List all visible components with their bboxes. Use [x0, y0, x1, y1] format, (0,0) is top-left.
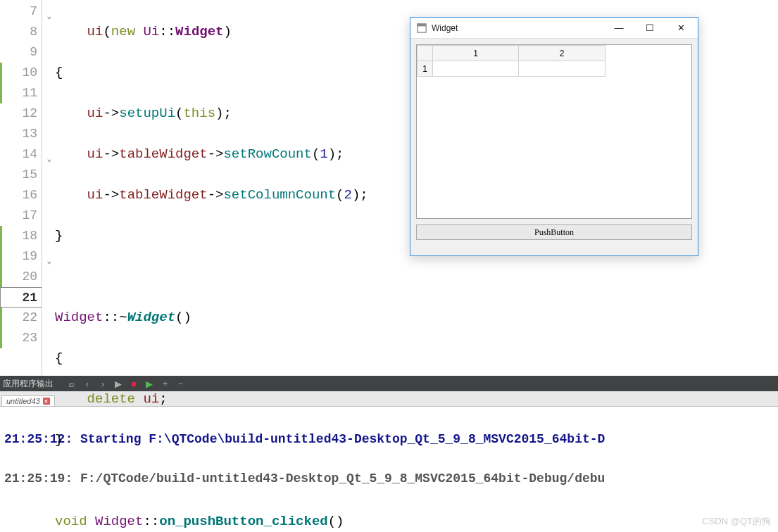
line-number: 7⌄	[0, 1, 42, 22]
table-corner	[418, 46, 433, 61]
minimize-button[interactable]: —	[603, 18, 634, 38]
line-number: 23	[0, 328, 42, 348]
app-window[interactable]: Widget — ☐ ✕ 1 2 1 PushButton	[410, 17, 698, 256]
line-number: 13	[0, 124, 42, 144]
app-icon	[416, 23, 427, 34]
line-number: 15	[0, 165, 42, 185]
close-icon[interactable]: ✕	[43, 398, 50, 405]
watermark: CSDN @QT的狗	[702, 515, 771, 528]
line-number: 17	[0, 205, 42, 226]
svg-rect-1	[418, 23, 426, 26]
line-number: 19⌄	[0, 246, 42, 267]
line-number: 10	[0, 63, 42, 83]
panel-title: 应用程序输出	[3, 378, 54, 390]
output-tab[interactable]: untitled43 ✕	[1, 395, 55, 406]
line-number: 22	[0, 308, 42, 328]
window-title: Widget	[432, 23, 603, 33]
client-area: 1 2 1 PushButton	[410, 39, 698, 246]
push-button[interactable]: PushButton	[416, 224, 692, 240]
line-number: 20	[0, 267, 42, 287]
row-header[interactable]: 1	[418, 61, 433, 77]
column-header[interactable]: 2	[519, 46, 605, 61]
line-gutter: 7⌄ 8 9 10 11 12 13 14⌄ 15 16 17 18 19⌄ 2…	[0, 0, 42, 376]
table-cell[interactable]	[519, 61, 605, 77]
close-button[interactable]: ✕	[665, 18, 696, 38]
line-number: 8	[0, 22, 42, 42]
line-number: 14⌄	[0, 144, 42, 165]
table-widget[interactable]: 1 2 1	[416, 44, 692, 219]
titlebar[interactable]: Widget — ☐ ✕	[410, 18, 698, 39]
line-number-current: 21	[0, 287, 42, 308]
tab-label: untitled43	[6, 397, 40, 405]
line-number: 9	[0, 42, 42, 63]
maximize-button[interactable]: ☐	[634, 18, 665, 38]
table-cell[interactable]	[433, 61, 519, 77]
line-number: 12	[0, 103, 42, 124]
column-header[interactable]: 1	[433, 46, 519, 61]
line-number: 11	[0, 83, 42, 103]
line-number: 16	[0, 185, 42, 205]
line-number: 18	[0, 226, 42, 246]
